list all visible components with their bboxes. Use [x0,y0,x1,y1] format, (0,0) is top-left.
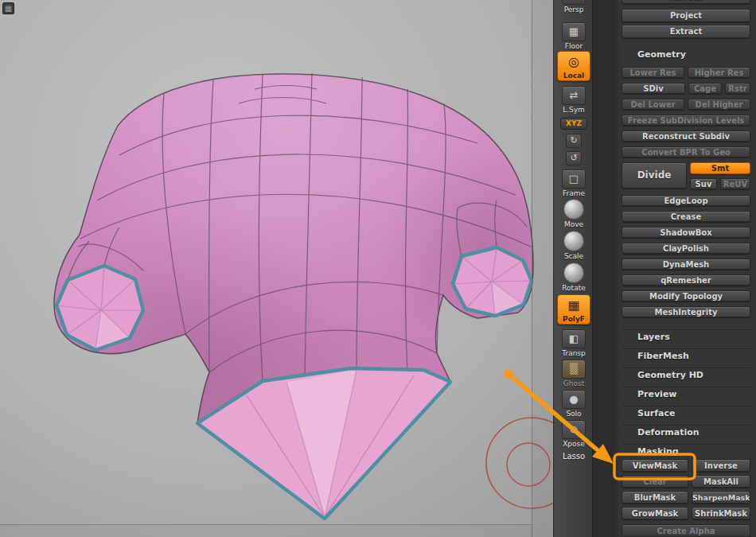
layers-section-header[interactable]: Layers [622,329,750,344]
freeze-subdivision-button[interactable]: Freeze SubDivision Levels [622,115,750,126]
lower-res-button[interactable]: Lower Res [622,67,684,78]
maskall-button[interactable]: MaskAll [692,475,750,488]
cage-button[interactable]: Cage [688,83,722,94]
deformation-section-header[interactable]: Deformation [622,425,750,439]
xyz-label: XYZ [560,118,587,130]
document-right-margin [532,0,553,537]
shelf-frame-button[interactable]: □ Frame [556,169,591,197]
surface-section-header[interactable]: Surface [622,406,750,420]
viewport-canvas[interactable]: ▦ [0,0,553,537]
dynamesh-button[interactable]: DynaMesh [622,259,750,270]
qremesher-button[interactable]: qRemesher [622,274,750,286]
geometry-section-header[interactable]: Geometry [622,48,750,62]
clear-mask-button[interactable]: Clear [622,475,688,488]
shadowbox-button[interactable]: ShadowBox [622,227,750,238]
inverse-button[interactable]: Inverse [692,459,750,472]
reconstruct-subdiv-button[interactable]: Reconstruct Subdiv [622,130,750,142]
preview-section-header[interactable]: Preview [622,387,750,401]
rotate-label: Rotate [556,284,591,292]
reuv-button[interactable]: ReUV [720,178,750,189]
viewmask-button[interactable]: ViewMask [622,459,688,472]
rstr-button[interactable]: Rstr [725,83,750,94]
mesh-left-arm-opening [57,266,143,350]
persp-icon: △ [562,0,586,5]
floor-label: Floor [556,42,591,50]
higher-res-button[interactable]: Higher Res [688,67,750,78]
shelf-move-button[interactable]: Move [556,199,591,228]
zbrush-window: ▦ [0,0,756,537]
shelf-transp-button[interactable]: ◧ Transp [556,329,591,357]
move-label: Move [556,220,591,228]
shelf-rotate-button[interactable]: Rotate [556,263,591,292]
shelf-xyz-button[interactable]: XYZ [556,118,591,130]
shrinkmask-button[interactable]: ShrinkMask [692,507,750,519]
persp-label: Persp [556,6,591,14]
suv-toggle[interactable]: Suv [690,178,717,189]
rotate-icon [563,263,584,283]
shelf-xpose-button[interactable]: ⊕ Xpose [556,420,591,448]
document-bottom-margin [0,525,532,537]
meshintegrity-button[interactable]: MeshIntegrity [622,306,750,317]
polyf-icon: ▦ [562,297,586,314]
del-lower-button[interactable]: Del Lower [622,99,684,110]
mesh-right-arm-opening [453,247,532,316]
xpose-label: Xpose [556,440,591,448]
tool-panel: Remesh Project Extract Geometry Lower Re… [593,0,756,537]
axis-z-icon: ↺ [566,151,582,165]
move-icon [563,199,584,220]
axis-y-icon: ↻ [566,134,582,148]
doc-corner-icon[interactable]: ▦ [2,2,14,14]
shelf-axis-y-button[interactable]: ↻ [556,134,591,148]
shelf-lsym-button[interactable]: ⇄ L.Sym [556,86,591,114]
transp-label: Transp [556,349,591,357]
modify-topology-button[interactable]: Modify Topology [622,290,750,302]
crease-button[interactable]: Crease [622,211,750,222]
frame-label: Frame [556,189,591,197]
right-shelf: △ Persp ▦ Floor ◎ Local ⇄ L.Sym XYZ ↻ ↺ … [553,0,593,537]
claypolish-button[interactable]: ClayPolish [622,243,750,254]
frame-icon: □ [562,169,586,189]
shelf-local-button[interactable]: ◎ Local [557,51,590,81]
scale-icon [563,231,584,251]
del-higher-button[interactable]: Del Higher [688,99,750,110]
sharpenmask-button[interactable]: SharpenMask [692,491,750,504]
solo-label: Solo [556,410,591,418]
solo-icon: ● [562,390,586,409]
lasso-button[interactable]: Lasso [554,452,593,461]
remesh-button[interactable]: Remesh [622,0,750,4]
shelf-ghost-button[interactable]: ▒ Ghost [556,360,591,387]
shelf-floor-button[interactable]: ▦ Floor [556,22,591,50]
masking-section-header[interactable]: Masking [622,444,750,458]
shelf-axis-z-button[interactable]: ↺ [556,151,591,165]
geometry-hd-section-header[interactable]: Geometry HD [622,368,750,382]
divide-button[interactable]: Divide [622,162,687,189]
convert-bpr-button[interactable]: Convert BPR To Geo [622,146,750,158]
transp-icon: ◧ [562,329,586,348]
growmask-button[interactable]: GrowMask [622,507,688,519]
xpose-icon: ⊕ [562,420,586,439]
shelf-persp-button[interactable]: △ Persp [556,0,591,14]
project-button[interactable]: Project [622,9,750,22]
ghost-icon: ▒ [562,360,586,379]
sdiv-slider[interactable]: SDiv [622,83,685,94]
mesh-svg [0,0,553,537]
lsym-label: L.Sym [556,106,591,114]
polyf-label: PolyF [558,315,590,323]
ghost-label: Ghost [556,379,591,387]
edgeloop-button[interactable]: EdgeLoop [622,195,750,206]
blurmask-button[interactable]: BlurMask [622,491,688,504]
shelf-scale-button[interactable]: Scale [556,231,591,260]
shelf-polyf-button[interactable]: ▦ PolyF [557,294,590,325]
fibermesh-section-header[interactable]: FiberMesh [622,348,750,363]
local-icon: ◎ [562,53,586,71]
floor-icon: ▦ [562,22,586,41]
lsym-icon: ⇄ [562,86,586,105]
local-label: Local [558,72,590,80]
smt-toggle[interactable]: Smt [690,162,750,174]
extract-button[interactable]: Extract [622,25,750,38]
shelf-solo-button[interactable]: ● Solo [556,390,591,418]
create-alpha-button[interactable]: Create Alpha [622,524,750,537]
scale-label: Scale [556,252,591,260]
